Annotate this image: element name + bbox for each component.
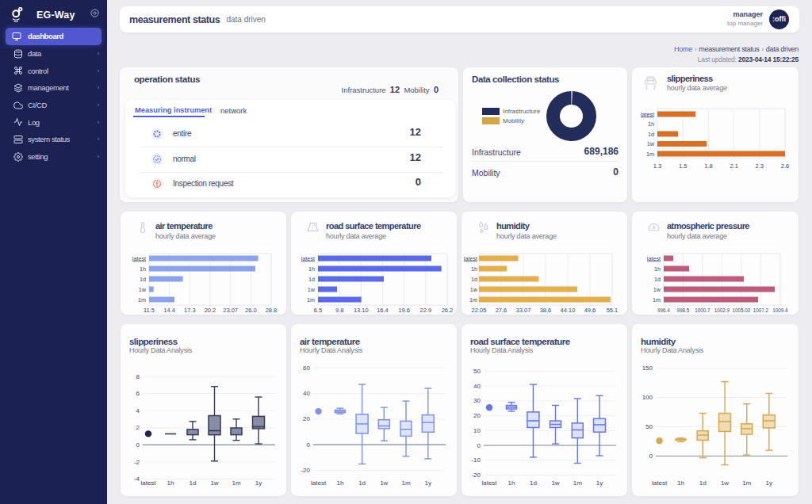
svg-text:1d: 1d xyxy=(648,131,654,138)
svg-text:1w: 1w xyxy=(380,479,388,487)
svg-text:1d: 1d xyxy=(140,276,146,283)
svg-text:latest: latest xyxy=(132,255,146,262)
svg-text:16.4: 16.4 xyxy=(377,307,389,314)
svg-text:1d: 1d xyxy=(190,479,197,487)
svg-text:0: 0 xyxy=(136,441,140,449)
svg-text:1d: 1d xyxy=(358,479,366,487)
svg-text:1m: 1m xyxy=(573,479,582,487)
svg-text:1w: 1w xyxy=(653,286,661,293)
svg-text:1m: 1m xyxy=(401,479,410,487)
svg-text:1w: 1w xyxy=(210,479,218,487)
svg-text:100: 100 xyxy=(642,394,653,401)
svg-text:1d: 1d xyxy=(471,276,477,283)
svg-text:2.1: 2.1 xyxy=(730,162,737,170)
svg-text:1m: 1m xyxy=(469,296,477,304)
svg-text:1w: 1w xyxy=(308,286,316,293)
svg-text:150: 150 xyxy=(642,365,653,372)
svg-text:latest: latest xyxy=(311,479,327,487)
svg-text:1y: 1y xyxy=(425,479,431,487)
svg-text:latest: latest xyxy=(641,111,654,118)
svg-text:1000.7: 1000.7 xyxy=(695,307,710,313)
svg-text:33.07: 33.07 xyxy=(516,307,531,314)
svg-text:1w: 1w xyxy=(721,479,729,487)
svg-text:1w: 1w xyxy=(551,479,559,487)
svg-text:latest: latest xyxy=(301,255,315,262)
svg-text:latest: latest xyxy=(481,479,497,487)
svg-text:1h: 1h xyxy=(471,265,477,273)
svg-text:1m: 1m xyxy=(653,296,661,304)
svg-text:1h: 1h xyxy=(336,479,343,487)
svg-text:9.8: 9.8 xyxy=(335,307,343,314)
svg-text:2: 2 xyxy=(136,424,140,431)
svg-text:30: 30 xyxy=(473,397,481,404)
svg-text:28.8: 28.8 xyxy=(266,307,278,314)
svg-text:4: 4 xyxy=(136,407,140,414)
svg-text:1w: 1w xyxy=(470,286,478,293)
svg-text:1007.2: 1007.2 xyxy=(753,307,769,313)
svg-text:-2: -2 xyxy=(134,459,140,466)
svg-text:2.3: 2.3 xyxy=(756,162,764,170)
svg-text:50: 50 xyxy=(645,423,653,430)
svg-text:1m: 1m xyxy=(307,296,315,304)
svg-text:1y: 1y xyxy=(766,479,772,487)
svg-text:8: 8 xyxy=(136,373,140,380)
svg-text:20: 20 xyxy=(303,415,310,422)
svg-text:0: 0 xyxy=(307,441,311,449)
svg-text:6: 6 xyxy=(136,390,140,397)
svg-text:0: 0 xyxy=(477,442,481,449)
svg-text:10: 10 xyxy=(473,427,481,434)
svg-text:-20: -20 xyxy=(471,472,481,479)
svg-text:1w: 1w xyxy=(647,140,655,147)
svg-text:17.3: 17.3 xyxy=(184,307,196,314)
svg-text:23.07: 23.07 xyxy=(223,307,238,314)
svg-text:0: 0 xyxy=(649,452,653,460)
svg-text:27.6: 27.6 xyxy=(496,307,508,314)
svg-text:latest: latest xyxy=(647,255,661,262)
svg-text:1.3: 1.3 xyxy=(653,162,661,170)
svg-text:1.8: 1.8 xyxy=(704,162,712,170)
svg-text:1.5: 1.5 xyxy=(679,162,687,170)
svg-text:1d: 1d xyxy=(654,276,661,283)
svg-text:998.5: 998.5 xyxy=(677,307,690,313)
svg-text:38.6: 38.6 xyxy=(540,307,552,314)
svg-text:1h: 1h xyxy=(677,479,684,487)
svg-text:1d: 1d xyxy=(530,479,537,487)
svg-text:1y: 1y xyxy=(255,479,262,487)
svg-text:1009.4: 1009.4 xyxy=(772,307,788,313)
svg-text:55.1: 55.1 xyxy=(607,307,619,314)
svg-text:1y: 1y xyxy=(596,479,603,487)
svg-text:1002.9: 1002.9 xyxy=(714,307,730,313)
svg-text:996.4: 996.4 xyxy=(657,307,670,313)
svg-text:-4: -4 xyxy=(134,475,140,483)
svg-text:1h: 1h xyxy=(508,479,515,487)
svg-text:1d: 1d xyxy=(699,479,707,487)
svg-text:-20: -20 xyxy=(301,467,310,474)
svg-text:latest: latest xyxy=(464,255,477,262)
svg-text:6.5: 6.5 xyxy=(314,307,322,314)
svg-text:1005.02: 1005.02 xyxy=(733,307,751,313)
svg-text:1h: 1h xyxy=(167,479,174,487)
svg-text:latest: latest xyxy=(652,479,668,487)
svg-text:20: 20 xyxy=(473,412,481,419)
svg-text:60: 60 xyxy=(303,365,310,372)
svg-text:1m: 1m xyxy=(138,296,146,304)
svg-text:1m: 1m xyxy=(232,479,240,487)
svg-text:1w: 1w xyxy=(139,286,147,293)
svg-text:latest: latest xyxy=(140,479,156,487)
svg-text:13.10: 13.10 xyxy=(354,307,369,314)
svg-text:1m: 1m xyxy=(742,479,751,487)
svg-text:22.05: 22.05 xyxy=(472,307,487,314)
svg-text:1h: 1h xyxy=(654,265,661,273)
svg-text:14.4: 14.4 xyxy=(163,307,175,314)
svg-text:-10: -10 xyxy=(471,456,481,464)
svg-text:1h: 1h xyxy=(308,265,315,273)
svg-text:1m: 1m xyxy=(646,151,654,158)
svg-text:40: 40 xyxy=(473,383,481,390)
svg-text:1h: 1h xyxy=(140,265,146,273)
svg-text:40: 40 xyxy=(303,390,310,397)
svg-text:50: 50 xyxy=(473,368,481,375)
svg-text:49.6: 49.6 xyxy=(584,307,596,314)
svg-text:20.2: 20.2 xyxy=(205,307,216,314)
svg-text:2.6: 2.6 xyxy=(781,162,789,170)
svg-text:26.2: 26.2 xyxy=(442,307,454,314)
